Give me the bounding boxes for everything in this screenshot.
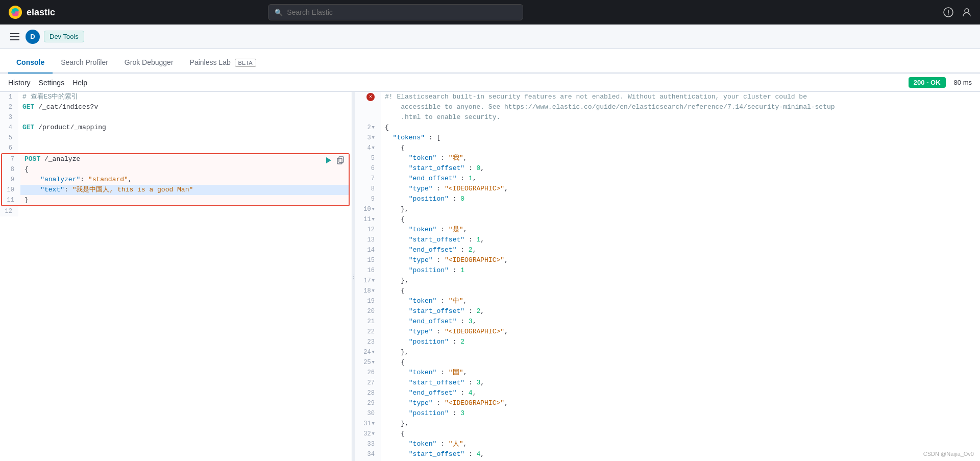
response-line-24: 24▼ }, [355,347,980,357]
line-num-9: 9 [2,175,20,185]
resp-line-content-18: { [381,286,980,296]
copy-button[interactable] [336,156,345,166]
history-button[interactable]: History [8,79,31,87]
resp-line-num-10: 10▼ [355,204,381,214]
close-response-button[interactable]: ✕ [366,93,375,101]
resp-line-content-24: }, [381,347,980,357]
resp-line-content-30: "position" : 3 [381,408,980,419]
resp-line-num-1: ✕ [355,92,381,102]
line-num-6: 6 [0,143,18,153]
resp-line-num-13: 13 [355,235,381,245]
response-line-22: 22 "type" : "<IDEOGRAPHIC>", [355,327,980,337]
resp-line-num-32: 32▼ [355,429,381,439]
toolbar: History Settings Help 200 - OK 80 ms [0,74,980,92]
line-num-10: 10 [2,185,20,195]
resp-line-content-3: "tokens" : [ [381,133,980,143]
line-content-9: "analyzer": "standard", [20,175,349,185]
editor-line-3: 3 [0,112,352,123]
resp-line-content-13: "start_offset" : 1, [381,235,980,245]
resp-line-content-12: "token" : "是", [381,225,980,235]
search-input[interactable] [287,8,517,16]
elastic-logo-icon [8,5,22,19]
tab-console[interactable]: Console [8,52,53,74]
response-line-13: 13 "start_offset" : 1, [355,235,980,245]
response-line-5: 5 "token" : "我", [355,153,980,163]
line-num-2: 2 [0,102,18,112]
response-line-16: 16 "position" : 1 [355,265,980,276]
editor-panel[interactable]: 1 # 查看ES中的索引 2 GET /_cat/indices?v 3 4 G… [0,92,352,461]
app-label: Dev Tools [44,31,84,42]
line-content-1: # 查看ES中的索引 [18,92,352,102]
line-content-5 [18,133,352,143]
resp-line-num-27: 27 [355,378,381,388]
response-line-28: 28 "end_offset" : 4, [355,388,980,398]
tab-painless-lab[interactable]: Painless Lab BETA [182,52,264,74]
editor-line-6: 6 [0,143,352,153]
main-content: 1 # 查看ES中的索引 2 GET /_cat/indices?v 3 4 G… [0,92,980,461]
resp-line-content-4: { [381,143,980,153]
resp-line-num-21: 21 [355,317,381,327]
resp-line-num-7: 7 [355,174,381,184]
line-actions [324,156,345,166]
resp-line-num-4: 4▼ [355,143,381,153]
response-line-11: 11▼ { [355,214,980,225]
response-line-8: 8 "type" : "<IDEOGRAPHIC>", [355,184,980,194]
resp-line-content-15: "type" : "<IDEOGRAPHIC>", [381,255,980,265]
response-panel[interactable]: ✕ #! Elasticsearch built-in security fea… [355,92,980,461]
response-line-25: 25▼ { [355,357,980,368]
editor-line-1: 1 # 查看ES中的索引 [0,92,352,102]
response-line-31: 31▼ }, [355,419,980,429]
resp-line-num-6: 6 [355,163,381,174]
line-num-8: 8 [2,164,20,175]
response-line-12: 12 "token" : "是", [355,225,980,235]
resp-line-content-1b: accessible to anyone. See https://www.el… [381,102,980,112]
response-line-33: 33 "token" : "人", [355,439,980,449]
line-num-4: 4 [0,123,18,133]
line-content-6 [18,143,352,153]
resp-line-num-25: 25▼ [355,357,381,368]
resp-line-num-18: 18▼ [355,286,381,296]
resp-line-content-28: "end_offset" : 4, [381,388,980,398]
line-content-8: { [20,164,349,175]
resp-line-content-5: "token" : "我", [381,153,980,163]
resp-line-num-34: 34 [355,449,381,459]
resp-line-num-15: 15 [355,255,381,265]
avatar: D [26,30,40,44]
run-button[interactable] [324,156,332,166]
alerts-icon[interactable] [943,7,953,17]
settings-button[interactable]: Settings [39,79,65,87]
response-line-4: 4▼ { [355,143,980,153]
tab-grok-debugger[interactable]: Grok Debugger [116,52,182,74]
resp-line-num-33: 33 [355,439,381,449]
response-line-19: 19 "token" : "中", [355,296,980,306]
resp-line-content-11: { [381,214,980,225]
resp-line-num-26: 26 [355,368,381,378]
user-icon[interactable] [962,7,972,17]
elastic-logo-text: elastic [27,7,55,18]
tab-search-profiler[interactable]: Search Profiler [53,52,116,74]
editor-line-12: 12 [0,206,352,216]
hamburger-menu[interactable] [8,31,21,42]
editor-line-4: 4 GET /product/_mapping [0,123,352,133]
resp-line-content-17: }, [381,276,980,286]
resp-line-content-20: "start_offset" : 2, [381,306,980,317]
tabs-bar: Console Search Profiler Grok Debugger Pa… [0,49,980,74]
line-content-4: GET /product/_mapping [18,123,352,133]
response-line-34: 34 "start_offset" : 4, [355,449,980,459]
editor-line-9: 9 "analyzer": "standard", [2,175,349,185]
resp-line-content-34: "start_offset" : 4, [381,449,980,459]
resp-line-content-8: "type" : "<IDEOGRAPHIC>", [381,184,980,194]
resp-line-num-19: 19 [355,296,381,306]
resp-line-num-3: 3▼ [355,133,381,143]
help-button[interactable]: Help [72,79,87,87]
search-bar-container: 🔍 [268,4,523,20]
search-icon: 🔍 [275,9,283,16]
response-line-6: 6 "start_offset" : 0, [355,163,980,174]
resp-line-num-29: 29 [355,398,381,408]
line-num-12: 12 [0,206,18,216]
elastic-logo: elastic [8,5,55,19]
resp-line-content-19: "token" : "中", [381,296,980,306]
editor-line-10: 10 "text": "我是中国人, this is a good Man" [2,185,349,195]
resp-line-num-1b [355,102,381,112]
response-line-21: 21 "end_offset" : 3, [355,317,980,327]
